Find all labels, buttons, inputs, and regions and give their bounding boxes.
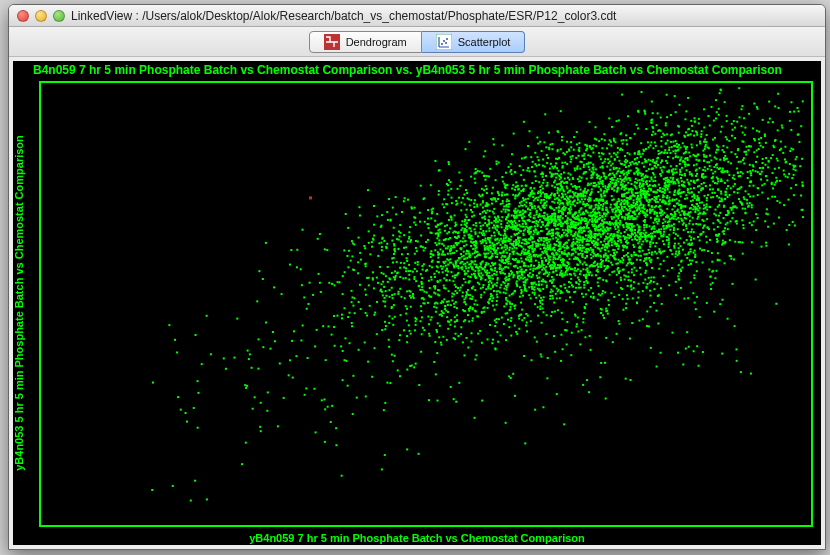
tab-strip: Dendrogram Scatterplot (9, 27, 825, 57)
window-controls (17, 10, 65, 22)
window-title: LinkedView : /Users/alok/Desktop/Alok/Re… (71, 9, 817, 23)
minimize-icon[interactable] (35, 10, 47, 22)
scatterplot-icon (436, 34, 452, 50)
app-window: LinkedView : /Users/alok/Desktop/Alok/Re… (8, 4, 826, 550)
tab-label: Dendrogram (346, 36, 407, 48)
tab-label: Scatterplot (458, 36, 511, 48)
tab-dendrogram[interactable]: Dendrogram (309, 31, 422, 53)
svg-point-3 (443, 40, 445, 42)
x-axis-label: yB4n059 7 hr 5 min Phosphate Batch vs Ch… (13, 532, 821, 544)
chart-frame[interactable] (39, 81, 813, 527)
svg-point-2 (441, 43, 443, 45)
scatter-canvas[interactable] (41, 83, 811, 525)
tab-scatterplot[interactable]: Scatterplot (422, 31, 526, 53)
scatterplot-panel: B4n059 7 hr 5 min Phosphate Batch vs Che… (13, 61, 821, 545)
titlebar[interactable]: LinkedView : /Users/alok/Desktop/Alok/Re… (9, 5, 825, 27)
close-icon[interactable] (17, 10, 29, 22)
y-axis-label: yB4n053 5 hr 5 min Phosphate Batch vs Ch… (13, 68, 27, 538)
zoom-icon[interactable] (53, 10, 65, 22)
svg-point-4 (446, 38, 448, 40)
dendrogram-icon (324, 34, 340, 50)
chart-title: B4n059 7 hr 5 min Phosphate Batch vs Che… (33, 63, 817, 77)
svg-point-5 (445, 42, 447, 44)
